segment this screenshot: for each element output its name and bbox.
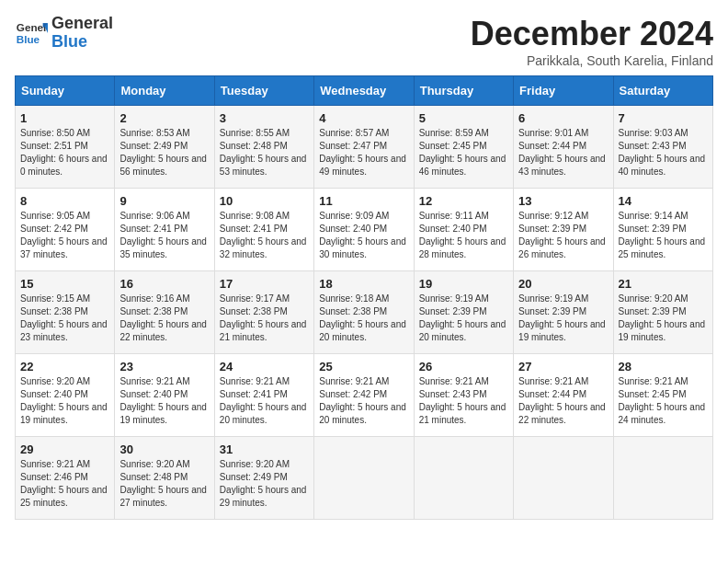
calendar-cell: 21 Sunrise: 9:20 AM Sunset: 2:39 PM Dayl…	[613, 271, 712, 354]
day-info: Sunrise: 9:08 AM Sunset: 2:41 PM Dayligh…	[220, 210, 309, 261]
calendar-cell: 20 Sunrise: 9:19 AM Sunset: 2:39 PM Dayl…	[514, 271, 613, 354]
day-number: 24	[220, 360, 309, 373]
calendar-cell	[613, 437, 712, 520]
day-number: 11	[319, 194, 408, 208]
weekday-header-friday: Friday	[514, 76, 613, 106]
day-number: 31	[220, 442, 309, 456]
day-info: Sunrise: 9:20 AM Sunset: 2:39 PM Dayligh…	[619, 293, 708, 344]
calendar-cell: 23 Sunrise: 9:21 AM Sunset: 2:40 PM Dayl…	[115, 354, 214, 437]
day-number: 21	[619, 277, 708, 291]
day-number: 17	[220, 277, 309, 291]
day-number: 9	[119, 194, 209, 208]
weekday-header-tuesday: Tuesday	[214, 76, 313, 106]
calendar-week-row: 22 Sunrise: 9:20 AM Sunset: 2:40 PM Dayl…	[16, 354, 713, 437]
day-info: Sunrise: 9:12 AM Sunset: 2:39 PM Dayligh…	[518, 210, 608, 261]
calendar-cell: 16 Sunrise: 9:16 AM Sunset: 2:38 PM Dayl…	[115, 271, 214, 354]
weekday-header-saturday: Saturday	[613, 76, 712, 106]
day-number: 13	[518, 194, 608, 208]
logo-blue: Blue	[51, 32, 87, 51]
day-number: 10	[220, 194, 309, 208]
day-number: 6	[518, 111, 608, 125]
day-number: 22	[20, 360, 109, 373]
day-number: 20	[518, 277, 608, 291]
location-subtitle: Parikkala, South Karelia, Finland	[471, 53, 713, 68]
day-info: Sunrise: 9:21 AM Sunset: 2:46 PM Dayligh…	[20, 458, 109, 510]
calendar-cell: 25 Sunrise: 9:21 AM Sunset: 2:42 PM Dayl…	[314, 354, 414, 437]
title-section: December 2024 Parikkala, South Karelia, …	[471, 15, 713, 68]
day-info: Sunrise: 9:17 AM Sunset: 2:38 PM Dayligh…	[220, 293, 309, 344]
calendar-cell: 11 Sunrise: 9:09 AM Sunset: 2:40 PM Dayl…	[314, 189, 414, 271]
calendar-cell: 24 Sunrise: 9:21 AM Sunset: 2:41 PM Dayl…	[214, 354, 313, 437]
day-number: 16	[119, 277, 209, 291]
calendar-cell: 8 Sunrise: 9:05 AM Sunset: 2:42 PM Dayli…	[16, 189, 115, 271]
calendar-cell: 17 Sunrise: 9:17 AM Sunset: 2:38 PM Dayl…	[214, 271, 313, 354]
day-info: Sunrise: 9:01 AM Sunset: 2:44 PM Dayligh…	[518, 127, 608, 178]
day-number: 28	[619, 360, 708, 373]
calendar-cell: 18 Sunrise: 9:18 AM Sunset: 2:38 PM Dayl…	[314, 271, 414, 354]
day-number: 3	[220, 111, 309, 125]
calendar-cell: 1 Sunrise: 8:50 AM Sunset: 2:51 PM Dayli…	[16, 106, 115, 189]
calendar-cell: 30 Sunrise: 9:20 AM Sunset: 2:48 PM Dayl…	[115, 437, 214, 520]
calendar-cell: 10 Sunrise: 9:08 AM Sunset: 2:41 PM Dayl…	[214, 189, 313, 271]
svg-text:Blue: Blue	[17, 33, 40, 45]
day-info: Sunrise: 8:50 AM Sunset: 2:51 PM Dayligh…	[20, 127, 109, 178]
logo-general: General	[51, 14, 113, 32]
calendar-week-row: 8 Sunrise: 9:05 AM Sunset: 2:42 PM Dayli…	[16, 189, 713, 271]
day-info: Sunrise: 9:19 AM Sunset: 2:39 PM Dayligh…	[419, 293, 508, 344]
day-info: Sunrise: 9:16 AM Sunset: 2:38 PM Dayligh…	[119, 293, 209, 344]
calendar-cell: 7 Sunrise: 9:03 AM Sunset: 2:43 PM Dayli…	[613, 106, 712, 189]
day-info: Sunrise: 9:20 AM Sunset: 2:49 PM Dayligh…	[220, 458, 309, 510]
day-info: Sunrise: 9:21 AM Sunset: 2:41 PM Dayligh…	[220, 375, 309, 427]
calendar-cell: 15 Sunrise: 9:15 AM Sunset: 2:38 PM Dayl…	[16, 271, 115, 354]
day-number: 27	[518, 360, 608, 373]
logo-icon: General Blue	[15, 17, 48, 50]
day-number: 26	[419, 360, 508, 373]
weekday-header-wednesday: Wednesday	[314, 76, 414, 106]
day-info: Sunrise: 9:11 AM Sunset: 2:40 PM Dayligh…	[419, 210, 508, 261]
day-info: Sunrise: 9:15 AM Sunset: 2:38 PM Dayligh…	[20, 293, 109, 344]
day-number: 23	[119, 360, 209, 373]
day-number: 29	[20, 442, 109, 456]
day-number: 7	[619, 111, 708, 125]
day-info: Sunrise: 9:19 AM Sunset: 2:39 PM Dayligh…	[518, 293, 608, 344]
calendar-table: SundayMondayTuesdayWednesdayThursdayFrid…	[15, 75, 713, 520]
calendar-cell	[314, 437, 414, 520]
day-info: Sunrise: 9:21 AM Sunset: 2:43 PM Dayligh…	[419, 375, 508, 427]
day-number: 15	[20, 277, 109, 291]
calendar-cell: 29 Sunrise: 9:21 AM Sunset: 2:46 PM Dayl…	[16, 437, 115, 520]
day-info: Sunrise: 9:14 AM Sunset: 2:39 PM Dayligh…	[619, 210, 708, 261]
weekday-header-monday: Monday	[115, 76, 214, 106]
day-number: 4	[319, 111, 408, 125]
day-info: Sunrise: 9:18 AM Sunset: 2:38 PM Dayligh…	[319, 293, 408, 344]
weekday-header-sunday: Sunday	[16, 76, 115, 106]
day-number: 2	[119, 111, 209, 125]
day-info: Sunrise: 8:59 AM Sunset: 2:45 PM Dayligh…	[419, 127, 508, 178]
day-number: 25	[319, 360, 408, 373]
day-info: Sunrise: 9:03 AM Sunset: 2:43 PM Dayligh…	[619, 127, 708, 178]
day-info: Sunrise: 8:53 AM Sunset: 2:49 PM Dayligh…	[119, 127, 209, 178]
calendar-cell: 2 Sunrise: 8:53 AM Sunset: 2:49 PM Dayli…	[115, 106, 214, 189]
day-info: Sunrise: 9:06 AM Sunset: 2:41 PM Dayligh…	[119, 210, 209, 261]
day-info: Sunrise: 9:21 AM Sunset: 2:42 PM Dayligh…	[319, 375, 408, 427]
calendar-week-row: 15 Sunrise: 9:15 AM Sunset: 2:38 PM Dayl…	[16, 271, 713, 354]
calendar-cell	[514, 437, 613, 520]
calendar-cell: 28 Sunrise: 9:21 AM Sunset: 2:45 PM Dayl…	[613, 354, 712, 437]
calendar-week-row: 1 Sunrise: 8:50 AM Sunset: 2:51 PM Dayli…	[16, 106, 713, 189]
calendar-cell: 19 Sunrise: 9:19 AM Sunset: 2:39 PM Dayl…	[414, 271, 513, 354]
calendar-cell: 12 Sunrise: 9:11 AM Sunset: 2:40 PM Dayl…	[414, 189, 513, 271]
day-info: Sunrise: 8:57 AM Sunset: 2:47 PM Dayligh…	[319, 127, 408, 178]
day-number: 14	[619, 194, 708, 208]
calendar-cell	[414, 437, 513, 520]
logo-text: General Blue	[51, 15, 113, 52]
day-number: 18	[319, 277, 408, 291]
calendar-cell: 9 Sunrise: 9:06 AM Sunset: 2:41 PM Dayli…	[115, 189, 214, 271]
day-info: Sunrise: 9:20 AM Sunset: 2:48 PM Dayligh…	[119, 458, 209, 510]
day-number: 12	[419, 194, 508, 208]
weekday-header-thursday: Thursday	[414, 76, 513, 106]
day-number: 1	[20, 111, 109, 125]
calendar-cell: 26 Sunrise: 9:21 AM Sunset: 2:43 PM Dayl…	[414, 354, 513, 437]
day-number: 30	[119, 442, 209, 456]
calendar-cell: 13 Sunrise: 9:12 AM Sunset: 2:39 PM Dayl…	[514, 189, 613, 271]
day-info: Sunrise: 9:05 AM Sunset: 2:42 PM Dayligh…	[20, 210, 109, 261]
calendar-cell: 22 Sunrise: 9:20 AM Sunset: 2:40 PM Dayl…	[16, 354, 115, 437]
